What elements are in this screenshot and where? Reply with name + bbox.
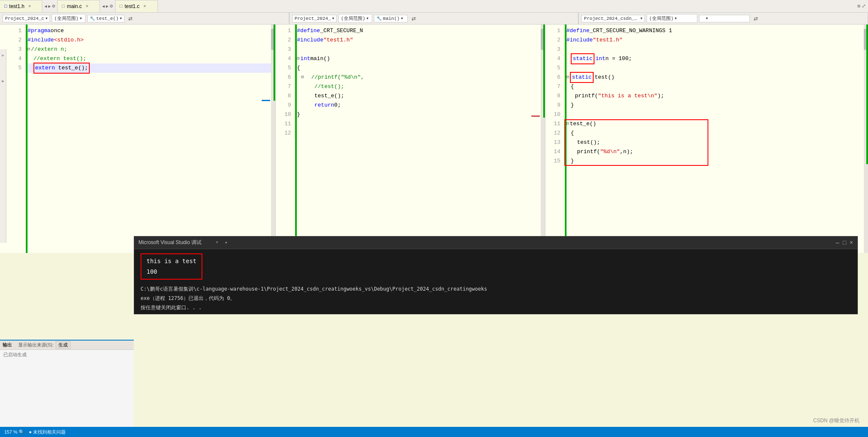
fn-label-3 <box>702 16 705 21</box>
code-token: printf( <box>577 147 600 157</box>
project-dropdown-1[interactable]: Project_2024_c ▼ <box>3 15 50 22</box>
collapse-btn-5[interactable]: ⊟ <box>567 119 569 129</box>
line-num: 3 <box>6 45 22 54</box>
tab-settings-2[interactable]: ⚙ <box>110 3 113 9</box>
line-num: 3 <box>545 45 561 54</box>
tab-close-3[interactable]: × <box>144 4 147 9</box>
left-sidebar: ⊳ ⊳ <box>0 49 6 243</box>
line-num: 5 <box>6 63 22 73</box>
code-line-1-3: ⊟//extern n; <box>28 45 271 54</box>
debug-popup-tab-area: + ▾ <box>213 240 229 245</box>
scope-dropdown-1[interactable]: (全局范围) ▼ <box>52 14 86 23</box>
line-num: 1 <box>545 26 561 36</box>
tab-mainc[interactable]: □ main.c × <box>58 0 100 12</box>
debug-minimize[interactable]: — <box>836 239 839 246</box>
scrollbar-pane1[interactable] <box>271 25 275 253</box>
sync-btn-1[interactable]: ⇄ <box>126 15 135 22</box>
line-num: 2 <box>545 36 561 45</box>
code-line-3-14: printf("%d\n",n); <box>567 147 864 157</box>
sidebar-marker-1: ⊳ <box>2 53 4 58</box>
tab-arrow-2[interactable]: ▶ <box>48 4 51 9</box>
line-num: 4 <box>545 54 561 63</box>
tab-test1h[interactable]: □ test1.h × <box>0 0 42 12</box>
line-num: 1 <box>276 26 291 36</box>
code-token: "this is a test\n" <box>598 91 657 101</box>
line-num: 5 <box>545 63 561 73</box>
project-arrow-2: ▼ <box>332 16 334 20</box>
fn-arrow-1: ▼ <box>120 16 122 20</box>
tab-maximize[interactable]: ⤢ <box>862 3 866 9</box>
scope-dropdown-2[interactable]: (全局范围) ▼ <box>338 14 372 23</box>
code-pane-2[interactable]: #define _CRT_SECURE_N #include"test1.h" … <box>297 25 540 138</box>
code-pane-1[interactable]: #pragma once #include<stdio.h> ⊟//extern… <box>28 25 271 73</box>
debug-close[interactable]: × <box>850 239 853 246</box>
code-token: ); <box>658 91 664 101</box>
extern-highlight: extern test_e(); <box>33 63 90 74</box>
code-line-3-3 <box>567 45 864 54</box>
code-line-3-12: { <box>567 129 864 138</box>
collapse-btn-2[interactable]: ⊟ <box>297 54 299 63</box>
line-num: 2 <box>276 36 291 45</box>
collapse-btn-4[interactable]: ⊟ <box>567 73 569 82</box>
line-num: 11 <box>276 119 291 129</box>
cursor-indicator-2 <box>531 115 540 117</box>
output-line2: 100 <box>147 267 196 277</box>
output-source-label: 显示输出来源(S): <box>18 342 54 348</box>
code-line-3-4: static int n = 100; <box>567 54 864 63</box>
sidebar-marker-2: ⊳ <box>2 79 4 84</box>
fn-arrow-3: ▼ <box>706 16 708 20</box>
tab-test1c[interactable]: □ test1.c × <box>116 0 158 12</box>
function-dropdown-3[interactable]: ▼ <box>699 15 750 22</box>
tab-arrow-4[interactable]: ▶ <box>106 4 108 9</box>
sync-btn-2[interactable]: ⇄ <box>409 15 418 22</box>
code-token: n = 100; <box>605 54 632 63</box>
tab-arrow-1[interactable]: ◀ <box>44 4 47 9</box>
scope-arrow-3: ▼ <box>675 16 677 20</box>
debug-down-btn[interactable]: ▾ <box>223 240 230 245</box>
code-token: test_e(); <box>55 65 88 71</box>
code-line-3-9: } <box>567 101 864 110</box>
code-line-2-3 <box>297 45 540 54</box>
tab-settings-1[interactable]: ⚙ <box>52 3 55 9</box>
code-token: test_e() <box>570 119 596 129</box>
toolbar-row: Project_2024_c ▼ (全局范围) ▼ 🔧 test_e() ▼ ⇄… <box>0 13 868 25</box>
function-dropdown-1[interactable]: 🔧 test_e() ▼ <box>87 15 124 22</box>
tab-arrow-3[interactable]: ◀ <box>102 4 105 9</box>
line-num: 8 <box>545 91 561 101</box>
static-fn-highlight-box: static <box>570 72 594 83</box>
watermark: CSDN @睡觉待开机 <box>813 417 860 424</box>
scrollbar-pane3[interactable] <box>864 25 868 253</box>
debug-path3: 按任意键关闭此窗口. . . <box>141 303 851 313</box>
debug-maximize[interactable]: □ <box>843 239 846 246</box>
zoom-control[interactable]: 157 % 🔍 <box>4 429 25 435</box>
code-line-2-9: return 0; <box>297 101 540 110</box>
collapse-btn[interactable]: ⊟ <box>28 45 30 54</box>
project-dropdown-3[interactable]: Project_2024_csdn_crea ▼ <box>581 15 645 22</box>
line-num: 7 <box>545 82 561 91</box>
project-dropdown-2[interactable]: Project_2024_ ▼ <box>292 15 337 22</box>
output-source-btn[interactable]: 生成 <box>55 341 71 349</box>
tab-settings-3[interactable]: ⚙ <box>857 3 860 9</box>
scrollbar-pane2[interactable] <box>541 25 545 253</box>
code-token: test(); <box>577 138 600 147</box>
code-token: _CRT_SECURE_N <box>320 26 363 36</box>
code-token: #define <box>567 26 590 36</box>
function-dropdown-2[interactable]: 🔧 main() ▼ <box>374 15 408 22</box>
code-pane-3[interactable]: #define _CRT_SECURE_NO_WARNINGS 1 #inclu… <box>567 25 864 166</box>
code-line-2-5: { <box>297 63 540 73</box>
code-line-3-5 <box>567 63 864 73</box>
scope-arrow-1: ▼ <box>80 16 82 20</box>
collapse-btn-3[interactable]: ⊟ <box>301 73 304 82</box>
code-token: #include <box>297 36 323 45</box>
tab-close-1[interactable]: × <box>28 4 31 9</box>
code-token: { <box>571 82 574 91</box>
code-token: <stdio.h> <box>54 36 83 45</box>
code-token: int <box>595 54 605 63</box>
sync-btn-3[interactable]: ⇄ <box>752 15 760 22</box>
debug-plus-btn[interactable]: + <box>213 240 221 245</box>
debug-window-controls: — □ × <box>836 239 853 246</box>
tab-label-2: main.c <box>67 3 82 9</box>
code-token: #pragma <box>28 26 51 36</box>
scope-dropdown-3[interactable]: (全局范围) ▼ <box>647 14 697 23</box>
tab-close-2[interactable]: × <box>86 4 88 9</box>
